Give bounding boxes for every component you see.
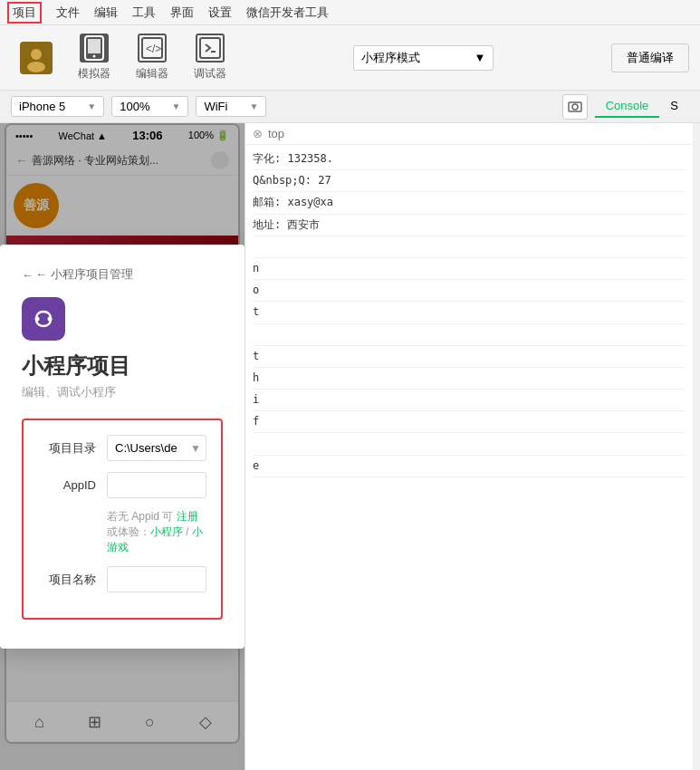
appid-label: AppID xyxy=(38,478,96,492)
menu-item-tools[interactable]: 工具 xyxy=(132,5,156,21)
tab-console[interactable]: Console xyxy=(595,95,660,118)
project-name-input-wrapper xyxy=(107,566,206,592)
phone-frame: ••••• WeChat ▲ 13:06 100% 🔋 ← 善源网络 · 专业网… xyxy=(5,123,240,744)
project-dir-dropdown-icon[interactable]: ▼ xyxy=(190,442,201,455)
back-arrow-icon: ← xyxy=(22,268,34,282)
screenshot-icon xyxy=(568,100,582,114)
avatar-button[interactable] xyxy=(11,31,62,85)
svg-point-2 xyxy=(27,62,45,72)
console-line: 邮箱: xasy@xa xyxy=(253,192,686,214)
project-dir-group: 项目目录 ▼ xyxy=(38,435,206,461)
console-search-bar: ⊗ xyxy=(245,123,693,145)
phone-emulator: ••••• WeChat ▲ 13:06 100% 🔋 ← 善源网络 · 专业网… xyxy=(0,123,245,770)
miniprogram-icon xyxy=(22,297,65,341)
mode-selector[interactable]: 小程序模式 ▼ xyxy=(353,45,494,71)
project-dialog: ← ← 小程序项目管理 小程序项目 编辑、调试小程序 xyxy=(5,245,240,649)
svg-point-16 xyxy=(35,317,40,322)
menubar: 项目 文件 编辑 工具 界面 设置 微信开发者工具 xyxy=(0,0,700,25)
mode-chevron-icon: ▼ xyxy=(475,51,486,64)
translate-button[interactable]: 普通编译 xyxy=(611,43,689,72)
menu-item-project[interactable]: 项目 xyxy=(7,2,42,24)
device-chevron-icon: ▼ xyxy=(87,101,96,111)
toolbar: 模拟器 </> 编辑器 调试器 小程序模式 ▼ 普通编译 xyxy=(0,25,700,91)
appid-input-wrapper xyxy=(107,472,206,498)
project-dir-label: 项目目录 xyxy=(38,440,96,457)
console-line: t xyxy=(253,302,686,323)
console-line: i xyxy=(253,390,686,411)
editor-icon: </> xyxy=(138,34,167,63)
zoom-selector[interactable]: 100% ▼ xyxy=(111,96,188,117)
console-line xyxy=(253,433,686,455)
register-link[interactable]: 注册 xyxy=(177,510,198,523)
console-output: 字化: 132358. Q&nbsp;Q: 27 邮箱: xasy@xa 地址:… xyxy=(245,145,693,770)
menu-item-wechat-devtools[interactable]: 微信开发者工具 xyxy=(246,5,329,21)
console-tabs: Console S xyxy=(595,95,689,118)
screenshot-button[interactable] xyxy=(562,94,588,120)
project-dir-input-wrapper: ▼ xyxy=(107,435,206,461)
back-to-manager[interactable]: ← ← 小程序项目管理 xyxy=(22,266,223,283)
simulator-button[interactable]: 模拟器 xyxy=(69,31,120,85)
avatar xyxy=(20,42,53,74)
menu-item-interface[interactable]: 界面 xyxy=(170,5,194,21)
svg-point-11 xyxy=(572,104,578,110)
project-name-input[interactable] xyxy=(107,566,206,592)
dialog-overlay: ← ← 小程序项目管理 小程序项目 编辑、调试小程序 xyxy=(5,123,240,744)
console-line: 字化: 132358. xyxy=(253,149,686,170)
debugger-label: 调试器 xyxy=(194,66,226,82)
console-line: Q&nbsp;Q: 27 xyxy=(253,170,686,192)
console-line xyxy=(253,236,686,258)
dialog-title: 小程序项目 xyxy=(22,351,223,380)
editor-button[interactable]: </> 编辑器 xyxy=(127,31,177,85)
dialog-subtitle: 编辑、调试小程序 xyxy=(22,384,223,400)
console-line: h xyxy=(253,368,686,390)
miniprogram-link[interactable]: 小程序 xyxy=(150,525,183,538)
search-icon: ⊗ xyxy=(253,127,263,140)
tab-sources[interactable]: S xyxy=(659,95,689,118)
simulator-icon xyxy=(80,34,109,63)
scrollbar[interactable] xyxy=(693,123,700,770)
network-chevron-icon: ▼ xyxy=(249,101,258,111)
console-line: f xyxy=(253,411,686,433)
console-line: e xyxy=(253,456,686,477)
back-label: ← 小程序项目管理 xyxy=(35,266,133,283)
zoom-chevron-icon: ▼ xyxy=(171,101,180,111)
appid-input[interactable] xyxy=(107,472,206,498)
form-box: 项目目录 ▼ AppID xyxy=(22,419,223,620)
mode-label: 小程序模式 xyxy=(361,50,420,66)
zoom-level: 100% xyxy=(120,100,149,113)
console-line: 地址: 西安市 xyxy=(253,215,686,236)
project-name-group: 项目名称 xyxy=(38,566,206,592)
debugger-button[interactable]: 调试器 xyxy=(185,31,235,85)
svg-point-17 xyxy=(48,317,53,322)
console-line: o xyxy=(253,280,686,302)
console-line: t xyxy=(253,346,686,368)
project-name-label: 项目名称 xyxy=(38,572,96,588)
network-name: WiFi xyxy=(204,100,227,113)
simulator-label: 模拟器 xyxy=(78,66,110,82)
menu-item-file[interactable]: 文件 xyxy=(56,5,80,21)
debugger-icon xyxy=(196,34,225,63)
menu-item-edit[interactable]: 编辑 xyxy=(94,5,118,21)
editor-label: 编辑器 xyxy=(136,66,168,82)
device-selector[interactable]: iPhone 5 ▼ xyxy=(11,96,104,117)
console-search-input[interactable] xyxy=(268,127,686,140)
svg-point-5 xyxy=(93,55,96,58)
main-area: ••••• WeChat ▲ 13:06 100% 🔋 ← 善源网络 · 专业网… xyxy=(0,123,700,770)
svg-rect-4 xyxy=(88,39,101,53)
console-line xyxy=(253,324,686,346)
svg-text:</>: </> xyxy=(146,43,161,55)
network-selector[interactable]: WiFi ▼ xyxy=(196,96,266,117)
appid-hint: 若无 Appid 可 注册 或体验：小程序 / 小游戏 xyxy=(107,509,206,555)
console-line: n xyxy=(253,258,686,280)
device-name: iPhone 5 xyxy=(19,100,65,113)
right-panel: ⊗ 字化: 132358. Q&nbsp;Q: 27 邮箱: xasy@xa 地… xyxy=(245,123,693,770)
devicebar: iPhone 5 ▼ 100% ▼ WiFi ▼ Console S xyxy=(0,91,700,123)
svg-point-1 xyxy=(31,49,42,60)
appid-group: AppID xyxy=(38,472,206,498)
menu-item-settings[interactable]: 设置 xyxy=(208,5,232,21)
